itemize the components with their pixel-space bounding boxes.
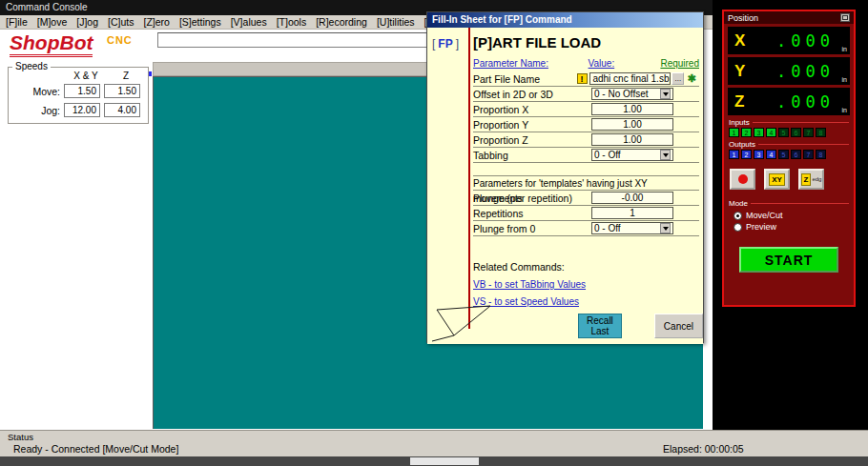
dropdown-arrow-icon[interactable] [660, 89, 671, 99]
bottom-strip [0, 456, 868, 466]
input-led: 1 [729, 128, 739, 137]
edge-label: edg [812, 176, 821, 182]
mode-label: Mode [729, 199, 849, 208]
axis-display-x: X .000 in [728, 27, 850, 54]
output-led: 1 [729, 150, 739, 159]
param-label: Repetitions [473, 208, 578, 219]
dropdown-arrow-icon[interactable] [660, 223, 671, 233]
axis-x-unit: in [842, 46, 847, 52]
axis-display-z: Z .000 in [728, 88, 850, 115]
red-dot-icon [738, 174, 748, 184]
browse-button[interactable]: ... [672, 72, 684, 85]
input-led: 2 [741, 128, 752, 137]
tabbing-select[interactable]: 0 - Off [591, 149, 673, 161]
status-message: Ready - Connected [Move/Cut Mode] [13, 443, 178, 455]
zero-xy-icon: XY [769, 173, 785, 186]
dropdown-arrow-icon[interactable] [660, 150, 671, 160]
start-button[interactable]: START [739, 247, 838, 273]
input-led: 5 [778, 128, 789, 137]
fp-dialog: Fill-In Sheet for [FP] Command [FP] [P]A… [426, 11, 704, 343]
dialog-titlebar: Fill-In Sheet for [FP] Command [427, 12, 703, 28]
output-led: 3 [754, 150, 764, 159]
input-leds: 1 2 3 4 5 6 7 8 [729, 128, 849, 137]
input-led: 6 [791, 128, 801, 137]
spindle-button[interactable] [730, 169, 755, 190]
table-row: Proportion Y 1.00 [473, 117, 699, 132]
mode-move-cut-radio[interactable]: Move/Cut [734, 211, 854, 220]
move-xy-field[interactable]: 1.50 [64, 84, 100, 98]
menu-zero[interactable]: [Z]ero [143, 16, 169, 28]
menu-tools[interactable]: [T]ools [277, 16, 307, 28]
axis-y-unit: in [842, 76, 847, 83]
zero-z-button[interactable]: Z edg [798, 169, 824, 190]
input-led: 4 [766, 128, 776, 137]
code-text: FP [438, 37, 452, 51]
menu-recording[interactable]: [R]ecording [316, 16, 367, 28]
cancel-button[interactable]: Cancel [654, 314, 703, 338]
axis-z-value: .000 [755, 92, 835, 111]
menu-jog[interactable]: [J]og [76, 16, 98, 28]
status-section-label: Status [8, 432, 33, 442]
inputs-label: Inputs [729, 118, 849, 127]
param-label: Proportion Z [473, 134, 578, 146]
axis-z-unit: in [842, 107, 847, 113]
menu-utilities[interactable]: [U]tilities [377, 16, 415, 28]
radio-checked-icon [734, 212, 742, 220]
shopbot-logo: ShopBot CNC [10, 31, 133, 54]
axis-y-value: .000 [755, 62, 835, 81]
speeds-title: Speeds [12, 61, 51, 71]
zero-xy-button[interactable]: XY [764, 169, 790, 190]
output-led: 5 [778, 150, 789, 159]
taskbar-item[interactable] [410, 457, 479, 465]
menu-values[interactable]: [V]alues [231, 16, 267, 28]
proportion-x-input[interactable]: 1.00 [591, 103, 673, 115]
param-label: Plunge (per repetition) [473, 192, 578, 204]
dialog-body: [FP] [P]ART FILE LOAD Parameter Name: Va… [427, 28, 703, 344]
param-label: Offset in 2D or 3D [473, 89, 578, 100]
plunge-from-zero-select[interactable]: 0 - Off [591, 222, 673, 234]
position-window: Position X .000 in Y .000 in Z .000 in I… [722, 10, 856, 307]
proportion-z-input[interactable]: 1.00 [591, 133, 673, 146]
param-label: Proportion Y [473, 119, 578, 131]
cnc-label: CNC [107, 34, 133, 46]
proportion-y-input[interactable]: 1.00 [591, 118, 673, 131]
recall-last-button[interactable]: Recall Last [578, 314, 622, 338]
part-file-name-input[interactable]: adhi cnc final 1.sbp [589, 72, 671, 85]
input-led: 3 [754, 128, 764, 137]
repetitions-input[interactable]: 1 [591, 207, 673, 219]
speeds-col-xy: X & Y [68, 71, 104, 81]
menu-cuts[interactable]: [C]uts [108, 16, 134, 28]
menu-move[interactable]: [M]ove [37, 16, 68, 28]
jog-speed-label: Jog: [12, 105, 64, 116]
param-label: Part File Name [473, 73, 577, 85]
output-led: 2 [741, 150, 752, 159]
axis-y-label: Y [734, 62, 755, 81]
table-row: Proportion Z 1.00 [473, 132, 699, 148]
move-speed-label: Move: [12, 86, 64, 97]
dialog-title: Fill-In Sheet for [FP] Command [432, 14, 572, 25]
mode-preview-radio[interactable]: Preview [734, 222, 854, 232]
move-z-field[interactable]: 1.50 [104, 84, 140, 98]
menu-settings[interactable]: [S]ettings [179, 16, 221, 28]
output-led: 6 [791, 150, 801, 159]
code-bracket-right: ] [456, 37, 459, 51]
speeds-panel: Speeds X & Y Z Move: 1.50 1.50 Jog: 12.0… [8, 67, 149, 124]
offset-select[interactable]: 0 - No Offset [591, 88, 673, 100]
dialog-heading: [P]ART FILE LOAD [473, 34, 699, 51]
plunge-input[interactable]: -0.00 [591, 192, 673, 204]
menu-file[interactable]: [F]ile [6, 16, 28, 28]
radio-icon [734, 223, 742, 232]
jog-z-field[interactable]: 4.00 [104, 103, 140, 117]
output-led: 7 [803, 150, 814, 159]
axis-x-label: X [734, 31, 755, 51]
shopbot-brand-text: ShopBot [10, 31, 93, 57]
input-led: 8 [816, 128, 826, 137]
speeds-col-z: Z [108, 71, 144, 81]
speeds-column-headers: X & Y Z [68, 71, 144, 81]
position-window-button[interactable] [840, 13, 850, 22]
required-marker-icon: ✱ [684, 72, 699, 85]
table-row: Plunge from 0 0 - Off [473, 221, 699, 236]
link-vb-tabbing[interactable]: VB - to set TaBbing Values [473, 279, 586, 290]
jog-xy-field[interactable]: 12.00 [64, 103, 100, 117]
table-row: Part File Name ! adhi cnc final 1.sbp ..… [473, 71, 699, 87]
